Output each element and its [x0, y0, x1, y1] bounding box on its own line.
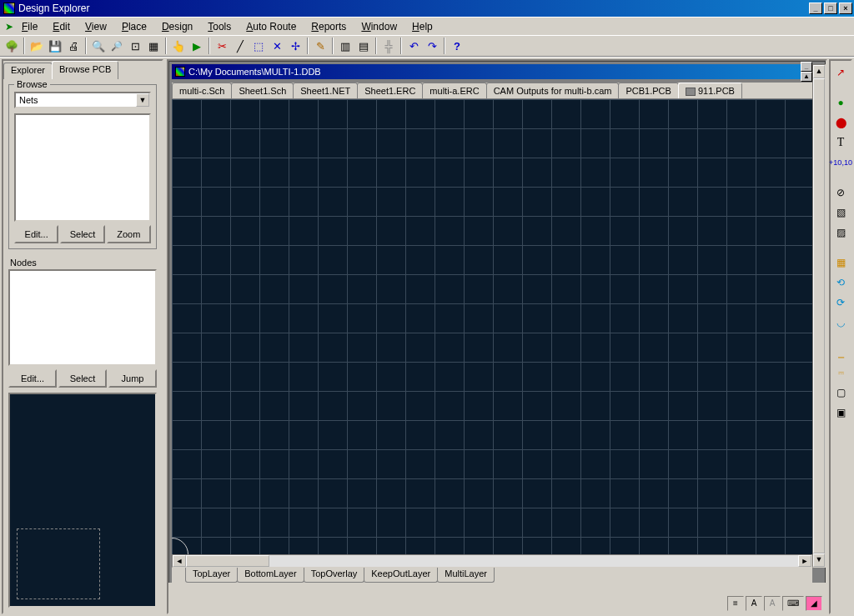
arc1-tool-icon[interactable]: ⟲ [832, 274, 849, 291]
menu-place[interactable]: Place [115, 19, 153, 34]
hand-icon[interactable]: 👆 [170, 38, 187, 54]
nets-listbox[interactable] [14, 113, 151, 222]
close-button[interactable]: × [839, 3, 852, 14]
menu-design[interactable]: Design [155, 19, 199, 34]
grid-icon[interactable]: ╬ [380, 38, 397, 54]
select-rect-icon[interactable]: ⬚ [250, 38, 267, 54]
layer-top[interactable]: TopLayer [185, 568, 238, 583]
help-icon[interactable]: ? [449, 38, 465, 54]
dropdown-arrow-icon[interactable]: ▼ [136, 93, 149, 107]
v-scrollbar[interactable]: ▲ ▼ [812, 64, 826, 568]
move-icon[interactable]: ✢ [287, 38, 304, 54]
via-tool-icon[interactable]: ● [832, 94, 849, 111]
minimize-button[interactable]: _ [809, 3, 822, 14]
zoom-fit-icon[interactable]: ⊡ [127, 38, 143, 54]
nodes-edit-button[interactable]: Edit... [8, 369, 57, 388]
arrow-tool-icon[interactable]: ↗ [832, 64, 849, 81]
pad-tool-icon[interactable]: ⬤ [832, 114, 849, 131]
menu-window[interactable]: Window [354, 19, 404, 34]
undo-icon[interactable]: ↶ [405, 38, 422, 54]
comp-tool-icon[interactable]: ▦ [832, 254, 849, 271]
doc-icon [175, 67, 185, 77]
nets-edit-button[interactable]: Edit... [14, 225, 58, 243]
zoom-window-icon[interactable]: ▦ [145, 38, 162, 54]
text-tool-icon[interactable]: T [832, 134, 849, 151]
maximize-button[interactable]: □ [824, 3, 837, 14]
drc-icon[interactable]: ✎ [312, 38, 329, 54]
main-toolbar: 🌳 📂 💾 🖨 🔍 🔎 ⊡ ▦ 👆 ▶ ✂ ╱ ⬚ ✕ ✢ ✎ ▥ ▤ ╬ ↶ … [0, 35, 854, 57]
lib1-icon[interactable]: ▥ [337, 38, 354, 54]
tab-911-pcb[interactable]: 911.PCB [678, 83, 742, 98]
route2-tool-icon[interactable]: ⎓ [832, 364, 849, 381]
tab-sheet1-net[interactable]: Sheet1.NET [293, 83, 358, 98]
content-area: C:\My Documents\MULTI-1.DDB _ ▲ multi-c.… [167, 59, 827, 614]
fill-tool-icon[interactable]: ▧ [832, 204, 849, 221]
doc-maximize-button[interactable]: ▲ [801, 72, 812, 82]
layer-keepout[interactable]: KeepOutLayer [364, 568, 438, 583]
nets-zoom-button[interactable]: Zoom [107, 225, 151, 243]
nodes-select-button[interactable]: Select [58, 369, 107, 388]
nodes-listbox[interactable] [8, 269, 157, 366]
tab-multi-a-erc[interactable]: multi-a.ERC [422, 83, 486, 98]
doc-tabs: multi-c.Sch Sheet1.Sch Sheet1.NET Sheet1… [172, 83, 812, 99]
open-icon[interactable]: 📂 [28, 38, 45, 54]
rect-tool-icon[interactable]: ▢ [832, 384, 849, 401]
status-a2[interactable]: A [764, 596, 781, 611]
nodes-jump-button[interactable]: Jump [108, 369, 157, 388]
route1-tool-icon[interactable]: ⎯ [832, 344, 849, 361]
status-kbd-icon[interactable]: ⌨ [782, 596, 804, 611]
menu-autoroute[interactable]: Auto Route [239, 19, 303, 34]
scroll-up-icon[interactable]: ▲ [813, 65, 825, 78]
tab-sheet1-sch[interactable]: Sheet1.Sch [231, 83, 294, 98]
status-a1[interactable]: A [746, 596, 762, 611]
arc2-tool-icon[interactable]: ⟳ [832, 294, 849, 311]
tree-icon[interactable]: 🌳 [3, 38, 20, 54]
tab-sheet1-erc[interactable]: Sheet1.ERC [357, 83, 423, 98]
track-tool-icon[interactable]: ⊘ [832, 184, 849, 201]
zoom-in-icon[interactable]: 🔍 [90, 38, 107, 54]
menu-help[interactable]: Help [405, 19, 440, 34]
right-toolbar: ↗ ● ⬤ T +10,10 ⊘ ▧ ▨ ▦ ⟲ ⟳ ◡ ⎯ ⎓ ▢ ▣ [829, 59, 852, 614]
menu-view[interactable]: View [78, 19, 113, 34]
scroll-down-icon[interactable]: ▼ [813, 553, 825, 567]
zoom-out-icon[interactable]: 🔎 [108, 38, 125, 54]
scroll-right-icon[interactable]: ► [798, 555, 811, 567]
menu-tools[interactable]: Tools [201, 19, 238, 34]
deselect-icon[interactable]: ✕ [269, 38, 285, 54]
pcb-canvas[interactable] [172, 99, 812, 554]
h-scrollbar[interactable]: ◄ ► [172, 554, 812, 568]
tab-pcb1[interactable]: PCB1.PCB [618, 83, 678, 98]
status-lines-icon[interactable]: ≡ [727, 596, 744, 611]
redo-icon[interactable]: ↷ [424, 38, 440, 54]
layer-topoverlay[interactable]: TopOverlay [304, 568, 365, 583]
nets-dropdown[interactable]: Nets ▼ [14, 92, 151, 108]
tab-explorer[interactable]: Explorer [3, 63, 53, 79]
status-eraser-icon[interactable]: ◢ [806, 596, 822, 611]
dimension-tool-icon[interactable]: +10,10 [832, 154, 849, 171]
lib2-icon[interactable]: ▤ [355, 38, 372, 54]
print-icon[interactable]: 🖨 [65, 38, 82, 54]
menu-edit[interactable]: Edit [46, 19, 77, 34]
tab-browse-pcb[interactable]: Browse PCB [52, 61, 118, 79]
cut-icon[interactable]: ✂ [214, 38, 230, 54]
doc-minimize-button[interactable]: _ [801, 62, 812, 72]
arc3-tool-icon[interactable]: ◡ [832, 314, 849, 331]
tab-multi-c-sch[interactable]: multi-c.Sch [172, 83, 232, 98]
layer-multi[interactable]: MultiLayer [437, 568, 495, 583]
layer-bottom[interactable]: BottomLayer [237, 568, 304, 583]
board-preview[interactable] [8, 393, 157, 608]
menu-reports[interactable]: Reports [304, 19, 353, 34]
left-panel: Explorer Browse PCB Browse Nets ▼ Edit..… [2, 59, 163, 614]
chip-tool-icon[interactable]: ▣ [832, 404, 849, 421]
tool-icon[interactable]: ▶ [188, 38, 205, 54]
v-scroll-thumb[interactable] [813, 78, 825, 553]
save-icon[interactable]: 💾 [47, 38, 63, 54]
polygon-tool-icon[interactable]: ▨ [832, 224, 849, 241]
scroll-left-icon[interactable]: ◄ [173, 555, 186, 567]
tab-cam-outputs[interactable]: CAM Outputs for multi-b.cam [486, 83, 620, 98]
h-scroll-thumb[interactable] [186, 555, 269, 567]
menu-file[interactable]: File [15, 19, 44, 34]
browse-label: Browse [14, 79, 50, 89]
nets-select-button[interactable]: Select [60, 225, 104, 243]
line-icon[interactable]: ╱ [232, 38, 249, 54]
